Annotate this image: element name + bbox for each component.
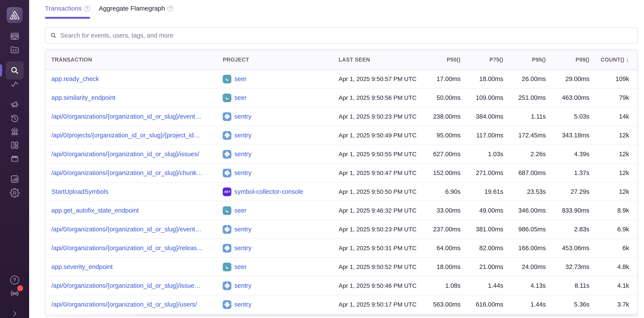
project-link[interactable]: sentry: [234, 301, 252, 308]
p50-cell: 563.00ms: [418, 301, 460, 308]
p50-cell: 18.00ms: [418, 263, 460, 270]
column-header-count[interactable]: COUNT() ↓: [590, 56, 638, 63]
project-link[interactable]: seer: [234, 75, 246, 83]
p99-cell: 343.18ms: [546, 132, 590, 139]
p99-cell: 29.00ms: [546, 75, 590, 83]
project-link[interactable]: sentry: [234, 282, 252, 289]
p95-cell: 4.13s: [503, 282, 546, 289]
project-link[interactable]: sentry: [234, 226, 252, 233]
transaction-link[interactable]: StartUploadSymbols: [51, 188, 108, 195]
python-project-icon: [223, 225, 231, 234]
feedback-megaphone-icon: [10, 100, 20, 110]
transaction-link[interactable]: /api/0/organizations/{organization_id_or…: [51, 282, 201, 289]
transaction-link[interactable]: /api/0/organizations/{organization_id_or…: [51, 151, 199, 157]
alerts-siren-icon: [10, 127, 20, 137]
count-cell: 109k: [590, 75, 638, 83]
transaction-link[interactable]: app.get_autofix_state_endpoint: [51, 207, 139, 214]
sidebar-item-whats-new[interactable]: [10, 288, 20, 298]
sidebar-item-explore[interactable]: [10, 45, 20, 55]
p99-cell: 4.39s: [546, 151, 590, 158]
count-label: COUNT(): [600, 57, 624, 63]
tab-bar: Transactions ? Aggregate Flamegraph ?: [29, 0, 644, 19]
project-cell: sentry: [223, 281, 338, 290]
p75-cell: 49.00ms: [460, 207, 503, 214]
transaction-link[interactable]: /api/0/organizations/{organization_id_or…: [51, 113, 201, 120]
sidebar-item-help[interactable]: ?: [10, 275, 19, 284]
p50-cell: 64.00ms: [418, 244, 460, 252]
column-header-p75[interactable]: P75(): [460, 57, 503, 63]
project-link[interactable]: seer: [234, 207, 246, 214]
p50-cell: 237.00ms: [418, 226, 460, 233]
search-input[interactable]: [60, 32, 633, 39]
project-link[interactable]: symbol-collector-console: [234, 188, 303, 195]
dotnet-project-icon: .NET: [223, 187, 231, 196]
sidebar-item-dashboards[interactable]: [10, 140, 20, 150]
column-header-transaction[interactable]: TRANSACTION: [45, 57, 223, 63]
project-link[interactable]: sentry: [234, 132, 252, 139]
tab-transactions[interactable]: Transactions ?: [45, 5, 90, 19]
project-cell: seer: [223, 75, 338, 83]
chevron-right-icon: [10, 309, 19, 318]
sidebar-item-performance[interactable]: [10, 79, 20, 89]
transaction-link[interactable]: app.similarity_endpoint: [51, 94, 116, 101]
count-cell: 3.7k: [590, 301, 638, 308]
p99-cell: 5.36s: [546, 301, 590, 308]
p75-cell: 18.00ms: [460, 75, 503, 83]
p95-cell: 166.00ms: [503, 244, 546, 252]
transaction-link[interactable]: app.severity_endpoint: [51, 263, 113, 270]
search-icon: [10, 66, 20, 75]
p95-cell: 23.53s: [503, 188, 546, 195]
p99-cell: 5.03s: [546, 113, 590, 120]
p50-cell: 33.00ms: [418, 207, 460, 214]
transaction-link[interactable]: /api/0/organizations/{organization_id_or…: [51, 169, 203, 176]
p99-cell: 833.90ms: [546, 207, 590, 214]
p75-cell: 19.61s: [460, 188, 503, 195]
sidebar-item-releases[interactable]: [10, 154, 20, 164]
sidebar-item-settings[interactable]: [10, 188, 20, 198]
help-circle-icon[interactable]: ?: [84, 6, 90, 12]
sidebar-collapse-button[interactable]: [10, 309, 19, 318]
project-link[interactable]: seer: [234, 263, 246, 270]
project-link[interactable]: sentry: [234, 169, 252, 176]
p99-cell: 453.06ms: [546, 244, 590, 252]
p95-cell: 24.00ms: [503, 263, 546, 270]
column-header-project[interactable]: PROJECT: [223, 57, 338, 63]
project-link[interactable]: sentry: [234, 151, 252, 158]
sidebar-item-replays[interactable]: [10, 113, 20, 123]
transaction-link[interactable]: /api/0/organizations/{organization_id_or…: [51, 226, 201, 233]
transaction-link[interactable]: /api/0/organizations/{organization_id_or…: [51, 244, 203, 251]
column-header-last-seen[interactable]: LAST SEEN: [338, 57, 418, 63]
p75-cell: 82.00ms: [460, 244, 503, 252]
sidebar-item-issues[interactable]: [10, 31, 20, 41]
table-row: StartUploadSymbols .NET symbol-collector…: [45, 183, 638, 201]
project-cell: .NET symbol-collector-console: [223, 187, 338, 196]
transaction-link[interactable]: app.ready_check: [51, 75, 99, 82]
project-link[interactable]: sentry: [234, 244, 252, 252]
last-seen-cell: Apr 1, 2025 9:50:17 PM UTC: [338, 301, 418, 308]
tab-aggregate-flamegraph[interactable]: Aggregate Flamegraph ?: [99, 5, 174, 19]
project-cell: sentry: [223, 150, 338, 159]
table-row: app.severity_endpoint seer Apr 1, 2025 9…: [45, 258, 638, 276]
table-header-row: TRANSACTION PROJECT LAST SEEN P50() P75(…: [45, 50, 638, 70]
search-bar[interactable]: [45, 28, 638, 44]
column-header-p50[interactable]: P50(): [418, 57, 460, 63]
p50-cell: 627.00ms: [418, 151, 460, 158]
transaction-link[interactable]: /api/0/projects/{organization_id_or_slug…: [51, 132, 200, 139]
sidebar-item-stats[interactable]: [10, 174, 20, 184]
project-link[interactable]: seer: [234, 94, 246, 101]
python-project-icon: [223, 112, 231, 121]
p50-cell: 238.00ms: [418, 113, 460, 120]
help-circle-icon[interactable]: ?: [168, 6, 173, 12]
sidebar-item-alerts[interactable]: [10, 127, 20, 137]
sidebar-item-feedback[interactable]: [10, 100, 20, 110]
sidebar-item-search-active[interactable]: [6, 61, 24, 80]
project-cell: seer: [223, 206, 338, 215]
column-header-p99[interactable]: P99(): [546, 57, 590, 63]
transaction-link[interactable]: /api/0/organizations/{organization_id_or…: [51, 301, 197, 308]
column-header-p95[interactable]: P95(): [503, 57, 546, 63]
replays-clock-icon: [10, 113, 20, 123]
count-cell: 4.1k: [590, 282, 638, 289]
project-link[interactable]: sentry: [234, 113, 252, 120]
sentry-logo[interactable]: [7, 7, 23, 23]
p50-cell: 17.00ms: [418, 75, 460, 83]
